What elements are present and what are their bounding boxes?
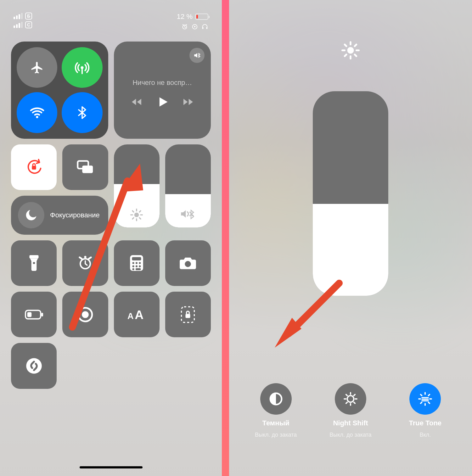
svg-rect-7 — [32, 166, 36, 170]
svg-point-21 — [132, 266, 134, 267]
svg-point-20 — [139, 262, 141, 264]
svg-point-15 — [84, 256, 86, 258]
alarm-icon — [181, 23, 188, 30]
svg-rect-28 — [41, 313, 43, 316]
night-shift-title: Night Shift — [333, 419, 368, 427]
bluetooth-button[interactable] — [62, 92, 102, 133]
calculator-icon — [129, 255, 144, 272]
svg-point-41 — [347, 396, 354, 402]
dark-mode-title: Темный — [262, 419, 289, 427]
true-tone-subtitle: Вкл. — [420, 432, 431, 438]
orientation-lock-icon — [25, 158, 43, 176]
svg-rect-25 — [136, 268, 141, 270]
svg-rect-35 — [186, 314, 190, 318]
svg-point-36 — [26, 358, 42, 374]
battery-percent-label: 12 % — [177, 13, 193, 21]
svg-point-12 — [33, 262, 35, 264]
screen-mirroring-icon — [76, 158, 94, 176]
status-bar: Б С 12 % — [11, 9, 211, 30]
svg-text:A: A — [127, 311, 134, 321]
cellular-data-button[interactable] — [62, 47, 102, 88]
svg-point-18 — [132, 262, 134, 264]
sim2-signal: С — [14, 21, 32, 28]
text-size-icon: A A — [127, 308, 146, 322]
svg-text:A: A — [135, 308, 143, 321]
bluetooth-icon — [75, 106, 89, 120]
true-tone-option[interactable]: True Tone Вкл. — [394, 383, 457, 438]
sim1-badge: Б — [25, 13, 32, 20]
screenshot-left-control-center: Б С 12 % — [0, 0, 222, 476]
focus-button[interactable]: Фокусиро­вание — [11, 196, 108, 235]
true-tone-title: True Tone — [409, 419, 442, 427]
airplane-mode-button[interactable] — [17, 47, 57, 88]
media-next-button[interactable] — [182, 96, 194, 108]
svg-point-26 — [185, 261, 191, 267]
now-playing-label: Ничего не воспр… — [132, 79, 192, 87]
volume-slider[interactable] — [165, 144, 211, 227]
home-indicator[interactable] — [80, 466, 143, 468]
camera-icon — [179, 255, 197, 271]
svg-point-23 — [139, 266, 141, 267]
svg-point-39 — [347, 47, 354, 54]
screen-record-button[interactable] — [62, 292, 108, 337]
svg-point-31 — [82, 311, 89, 318]
media-prev-button[interactable] — [130, 96, 143, 108]
dark-mode-icon — [268, 391, 284, 406]
flashlight-icon — [27, 255, 41, 272]
svg-rect-9 — [82, 165, 93, 173]
alarm-clock-icon — [77, 255, 94, 272]
media-play-button[interactable] — [155, 95, 169, 109]
brightness-header-icon — [341, 41, 360, 60]
svg-rect-11 — [29, 255, 38, 258]
guided-access-button[interactable] — [165, 292, 211, 337]
orientation-lock-button[interactable] — [11, 144, 57, 190]
brightness-slider[interactable] — [114, 144, 160, 227]
svg-point-19 — [136, 262, 138, 264]
timer-button[interactable] — [62, 240, 108, 286]
speaker-bluetooth-icon — [193, 51, 201, 59]
svg-point-24 — [132, 268, 134, 270]
low-power-icon — [25, 309, 43, 320]
svg-rect-17 — [132, 257, 141, 260]
low-power-button[interactable] — [11, 292, 57, 337]
focus-label: Фокусиро­вание — [50, 211, 100, 220]
airplane-icon — [30, 61, 44, 75]
sim2-badge: С — [25, 21, 32, 28]
shazam-button[interactable] — [11, 343, 57, 389]
brightness-icon — [130, 208, 143, 222]
battery-icon — [195, 14, 208, 20]
camera-button[interactable] — [165, 240, 211, 286]
night-shift-subtitle: Выкл. до заката — [329, 432, 371, 438]
svg-point-10 — [134, 212, 139, 217]
wifi-icon — [30, 105, 45, 120]
cellular-antenna-icon — [74, 60, 90, 76]
calculator-button[interactable] — [114, 240, 160, 286]
wifi-button[interactable] — [17, 92, 57, 133]
night-shift-option[interactable]: Night Shift Выкл. до заката — [319, 383, 382, 438]
svg-rect-2 — [194, 26, 195, 27]
dark-mode-subtitle: Выкл. до заката — [255, 432, 297, 438]
svg-marker-43 — [275, 318, 301, 348]
connectivity-module — [11, 42, 108, 139]
text-size-button[interactable]: A A — [114, 292, 160, 337]
svg-point-6 — [36, 116, 38, 118]
flashlight-button[interactable] — [11, 240, 57, 286]
shazam-icon — [25, 357, 42, 374]
true-tone-icon — [418, 391, 433, 406]
svg-rect-3 — [202, 27, 204, 29]
screen-mirroring-button[interactable] — [62, 144, 108, 190]
volume-bluetooth-icon — [180, 206, 196, 222]
media-module[interactable]: Ничего не воспр… — [114, 42, 211, 139]
svg-rect-29 — [27, 312, 31, 317]
status-indicator-icons — [181, 23, 208, 30]
dark-mode-option[interactable]: Темный Выкл. до заката — [244, 383, 307, 438]
sim1-signal: Б — [14, 13, 32, 20]
guided-access-icon — [180, 306, 195, 323]
svg-rect-4 — [206, 27, 208, 29]
screenshot-right-brightness-expanded: Темный Выкл. до заката Night Shift Выкл.… — [229, 0, 472, 476]
headphones-icon — [201, 23, 208, 30]
expanded-brightness-slider[interactable] — [313, 91, 388, 296]
svg-point-22 — [136, 266, 138, 267]
airplay-audio-button[interactable] — [189, 48, 205, 63]
night-shift-icon — [343, 391, 358, 406]
